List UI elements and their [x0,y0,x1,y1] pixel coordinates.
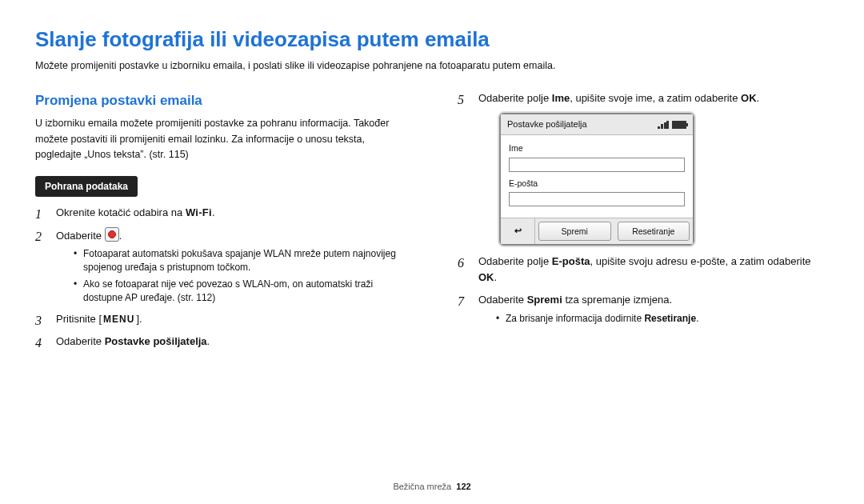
step-4: 4 Odaberite Postavke pošiljatelja. [35,334,406,350]
battery-icon [672,121,686,129]
step-7-note: Za brisanje informacija dodirnite Reseti… [496,312,829,326]
step-5: 5 Odaberite polje Ime, upišite svoje ime… [458,90,829,246]
step-6: 6 Odaberite polje E-pošta, upišite svoju… [458,254,829,286]
right-column: 5 Odaberite polje Ime, upišite svoje ime… [458,90,829,356]
step-2-note-2: Ako se fotoaparat nije već povezao s WLA… [74,278,406,305]
footer-label: Bežična mreža [393,482,451,491]
field-input-eposta[interactable] [509,192,685,206]
section-desc: U izborniku emaila možete promijeniti po… [35,116,406,162]
camera-ui-mock: Postavke pošiljatelja Ime E-pošta [499,113,694,246]
step-2-text: Odaberite [56,230,105,242]
reset-button[interactable]: Resetiranje [618,222,690,241]
page-title: Slanje fotografija ili videozapisa putem… [35,27,829,52]
step-1: 1 Okrenite kotačić odabira na Wi-Fi. [35,205,406,221]
field-label-ime: Ime [509,142,685,154]
email-app-icon [105,227,119,242]
save-button[interactable]: Spremi [538,222,611,241]
page-number: 122 [456,482,470,491]
wifi-signal-icon [658,121,669,129]
step-3: 3 Pritisnite [MENU]. [35,311,406,327]
step-7: 7 Odaberite Spremi tza spremanje izmjena… [458,292,829,325]
section-title: Promjena postavki emaila [35,90,406,111]
field-input-ime[interactable] [509,158,685,172]
back-button[interactable]: ↩ [501,218,535,244]
page-intro: Možete promijeniti postavke u izborniku … [35,58,829,73]
step-2: 2 Odaberite . Fotoaparat automatski poku… [35,227,406,304]
step-2-note-1: Fotoaparat automatski pokušava spajanje … [74,247,406,274]
left-column: Promjena postavki emaila U izborniku ema… [35,90,406,356]
badge-pohrana: Pohrana podataka [35,176,138,198]
step-1-text: Okrenite kotačić odabira na [56,206,186,218]
wifi-icon: Wi-Fi [186,206,212,218]
field-label-eposta: E-pošta [509,177,685,190]
menu-button-label: MENU [102,312,136,327]
page-footer: Bežična mreža 122 [0,482,864,491]
step-4-bold: Postavke pošiljatelja [105,335,207,347]
device-header-title: Postavke pošiljatelja [507,118,587,131]
